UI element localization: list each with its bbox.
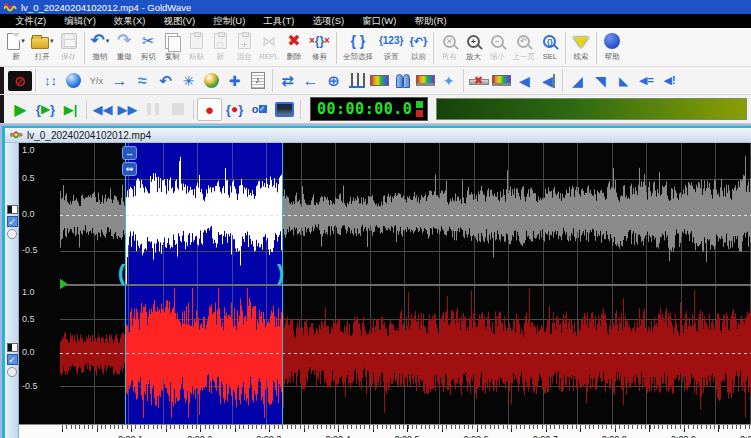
toolbar-label-zoom-previous: 上一页 (512, 52, 535, 62)
menu-item-window[interactable]: 窗口(W) (353, 15, 405, 28)
channel-view-toggle[interactable] (7, 205, 18, 214)
toolbar-button-copy[interactable]: 复制 (160, 30, 184, 63)
toolbar-button-undo[interactable]: ↶▾撤销 (88, 30, 113, 63)
fx-button-invert[interactable]: ↶ (154, 71, 177, 91)
transport-button-play[interactable]: ▶ (8, 98, 33, 121)
fx-button-reverse[interactable]: ⇄ (276, 71, 299, 91)
fx-button-spectrum-cart[interactable] (414, 71, 437, 91)
menu-item-view[interactable]: 视图(V) (154, 15, 204, 28)
fx-button-echo[interactable]: ⊕ (322, 71, 345, 91)
fx-button-expression-evaluator[interactable]: Y/x (85, 71, 108, 91)
toolbar-button-zoom-out[interactable]: −缩小 (485, 30, 509, 63)
toolbar-button-open[interactable]: ▾打开 (28, 30, 57, 63)
selection-wave-handle[interactable]: ↭ (122, 162, 137, 176)
toolbar-button-previous-selection[interactable]: {↶}以前 (406, 30, 430, 63)
fx-button-equalizer[interactable] (345, 71, 368, 91)
fx-button-flanger[interactable]: ≈ (131, 71, 154, 91)
toolbar-button-select-all[interactable]: { }全部选择 (340, 30, 376, 63)
menu-item-tools[interactable]: 工具(T) (254, 15, 303, 28)
selection-start-grip[interactable]: ( (118, 262, 131, 285)
transport-button-visual-window[interactable] (272, 98, 297, 121)
document-title-bar[interactable]: lv_0_20240204102012.mp4 (5, 128, 751, 143)
selection-end-grip[interactable]: ) (277, 262, 290, 285)
playhead-marker[interactable] (60, 278, 68, 290)
toolbar-button-trim[interactable]: {}修剪 (306, 30, 333, 63)
toolbar-button-mix[interactable]: +混合 (232, 30, 256, 63)
fx-button-shape-volume[interactable]: ◣ (612, 71, 635, 91)
fx-button-shift-left[interactable]: ← (299, 71, 322, 91)
document-window[interactable]: lv_0_20240204102012.mp4 ✓✓ 1.00.50.0-0.5… (2, 126, 751, 438)
toolbar-button-new[interactable]: ▾新 (4, 30, 28, 63)
channel-solo-radio[interactable] (7, 367, 17, 377)
channel-left-controls: ✓ (6, 205, 18, 239)
fx-button-volume[interactable]: ◀ (536, 71, 559, 91)
menu-item-options[interactable]: 选项(S) (304, 15, 354, 28)
time-axis[interactable]: 0:00.10:00.20:00.30:00.40:00.50:00.60:00… (19, 424, 751, 438)
toolbar-button-replace[interactable]: ⋈REPL (256, 30, 282, 62)
menu-item-edit[interactable]: 编辑(Y) (55, 15, 105, 28)
toolbar-label-zoom-selection: SEL (543, 52, 557, 61)
dropdown-caret-icon[interactable]: ▾ (50, 37, 54, 45)
toolbar-button-cue-point[interactable]: 线索 (569, 30, 593, 63)
toolbar-button-zoom-previous[interactable]: ↶上一页 (509, 30, 538, 63)
toolbar-button-cut[interactable]: ✂剪切 (136, 30, 160, 63)
transport-button-rewind[interactable]: ◀◀ (90, 98, 115, 121)
fx-button-noise-doors[interactable] (391, 71, 414, 91)
transport-button-record[interactable]: ● (197, 98, 222, 121)
fx-button-spectrum-filter[interactable] (368, 71, 391, 91)
fx-button-interpolate[interactable]: ✦ (437, 71, 460, 91)
transport-button-play-to-end[interactable]: ▶| (58, 98, 83, 121)
fx-button-max-volume[interactable]: ◀! (658, 71, 681, 91)
toolbar-label-help: 帮助 (604, 52, 619, 62)
toolbar-button-save[interactable]: 保存 (57, 30, 81, 63)
dropdown-caret-icon[interactable]: ▾ (106, 37, 110, 45)
fx-button-doppler[interactable] (62, 71, 85, 91)
fx-button-silence[interactable]: ✖ (467, 71, 490, 91)
toolbar-button-zoom-all[interactable]: ✕所有 (437, 30, 461, 63)
toolbar-button-delete[interactable]: ✖删除 (282, 30, 306, 63)
toolbar-button-zoom-selection[interactable]: {}SEL (538, 30, 562, 62)
fx-button-remix[interactable] (200, 71, 223, 91)
menu-item-file[interactable]: 文件(Z) (6, 15, 55, 28)
fx-button-pitch-score[interactable]: ♪ (246, 71, 269, 91)
fx-button-compressor[interactable]: ✚ (223, 71, 246, 91)
menu-item-control[interactable]: 控制(U) (204, 15, 254, 28)
fx-button-match-volume[interactable]: ◀= (635, 71, 658, 91)
toolbar-gripper (0, 67, 4, 94)
channel-enable-checkbox[interactable]: ✓ (7, 216, 18, 227)
fx-button-pitch-updown[interactable]: ↕↕ (39, 71, 62, 91)
fx-button-speaker-left[interactable]: ◀ (513, 71, 536, 91)
fx-button-noise-gate[interactable]: ⊘ (8, 71, 32, 91)
toolbar-button-set-selection[interactable]: {123}设置 (376, 30, 406, 63)
fx-button-spectrum-cone[interactable] (490, 71, 513, 91)
fx-button-offset[interactable]: → (108, 71, 131, 91)
toolbar-button-paste-new[interactable]: □新 (208, 30, 232, 63)
toolbar-button-redo[interactable]: ↷重做 (112, 30, 136, 63)
toolbar-button-zoom-in[interactable]: +放大 (461, 30, 485, 63)
waveform-plot[interactable]: ↔↭() (60, 143, 751, 424)
transport-button-pause[interactable] (140, 98, 165, 121)
menu-item-help[interactable]: 帮助(R) (405, 15, 455, 28)
title-bar[interactable]: lv_0_20240204102012.mp4 - GoldWave (0, 0, 751, 14)
channel-solo-radio[interactable] (7, 229, 17, 239)
menu-item-effects[interactable]: 效果(X) (105, 15, 155, 28)
time-axis-label: 0:00.1 (118, 434, 143, 438)
amp-label-left-1.0: 1.0 (22, 145, 35, 155)
dropdown-caret-icon[interactable]: ▾ (21, 37, 25, 45)
fx-button-fade-out[interactable]: ◥ (589, 71, 612, 91)
transport-button-play-selection[interactable]: {▶} (33, 98, 58, 121)
fx-button-mechanize[interactable]: ✳ (177, 71, 200, 91)
selection-move-handle[interactable]: ↔ (122, 146, 137, 160)
toolbar-button-paste[interactable]: 粘贴 (184, 30, 208, 63)
channel-enable-checkbox[interactable]: ✓ (7, 354, 18, 365)
transport-button-control-properties[interactable]: o✓ (247, 98, 272, 121)
fx-button-fade-in[interactable]: ◢ (566, 71, 589, 91)
amp-label-right--0.5: -0.5 (22, 381, 38, 391)
transport-button-fast-forward[interactable]: ▶▶ (115, 98, 140, 121)
transport-button-stop[interactable] (165, 98, 190, 121)
toolbar-label-zoom-all: 所有 (442, 52, 457, 62)
channel-view-toggle[interactable] (7, 343, 18, 352)
transport-button-record-selection[interactable]: {●} (222, 98, 247, 121)
toolbar-button-help[interactable]: 帮助 (600, 30, 624, 63)
time-axis-label: 0:00.9 (671, 434, 696, 438)
